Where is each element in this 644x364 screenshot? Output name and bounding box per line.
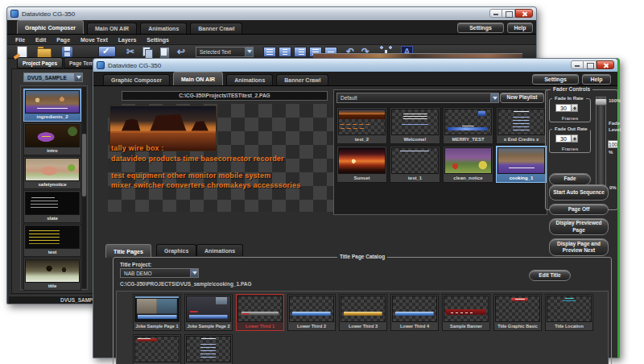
catalog-item[interactable]: Lower Third 4 <box>390 294 439 331</box>
pages-scrollbar[interactable] <box>82 87 86 288</box>
maximize-icon[interactable] <box>502 9 515 18</box>
project-page-item[interactable]: slate <box>23 190 81 223</box>
playlist-item-label: clean_notice <box>444 174 492 182</box>
catalog-item[interactable]: Sample Banner <box>442 294 490 331</box>
paste-icon[interactable] <box>157 46 171 58</box>
tab-main-on-air[interactable]: Main ON AIR <box>173 72 223 85</box>
preview-text-line: mixer switcher converters chromakeys acc… <box>111 181 300 189</box>
fade-out-rate-input[interactable]: 30 <box>555 134 572 143</box>
catalog-item[interactable]: Lower Third 2 <box>287 294 336 331</box>
catalog-item-label: Joke Sample Page 1 <box>134 322 180 330</box>
tab-animations-bottom[interactable]: Animations <box>196 244 243 256</box>
menu-move-text[interactable]: Move Text <box>80 37 108 43</box>
tab-project-pages[interactable]: Project Pages <box>17 57 63 68</box>
new-playlist-button[interactable]: New Playlist <box>500 93 544 103</box>
start-auto-sequence-button[interactable]: Start Auto Sequence <box>549 184 609 201</box>
project-dropdown-value: DVUS_SAMPLE <box>27 75 67 81</box>
menu-file[interactable]: File <box>15 37 25 43</box>
page-thumbnail <box>25 192 80 215</box>
playlist-dropdown[interactable]: Default <box>336 93 499 103</box>
playlist-thumbnail <box>338 147 386 174</box>
align-center-icon[interactable] <box>279 47 291 57</box>
close-icon[interactable] <box>597 60 614 69</box>
menu-layers[interactable]: Layers <box>118 37 137 43</box>
display-previewed-page-button[interactable]: Display Previewed Page <box>549 218 609 235</box>
catalog-item[interactable]: Title Location <box>545 294 593 331</box>
page-off-button[interactable]: Page Off <box>549 204 609 215</box>
fade-in-spinner[interactable] <box>572 104 578 112</box>
catalog-item-selected[interactable]: Lower Third 1 <box>236 294 284 331</box>
undo-icon[interactable]: ↩ <box>174 46 188 58</box>
menu-settings[interactable]: Settings <box>147 37 169 43</box>
preview-check-icon[interactable] <box>98 46 116 58</box>
playlist-thumbnail <box>391 147 439 174</box>
playlist-item[interactable]: Welcome! <box>390 107 440 144</box>
title-project-dropdown[interactable]: NAB DEMO <box>120 268 199 278</box>
copy-icon[interactable] <box>140 46 155 58</box>
tab-title-pages[interactable]: Title Pages <box>105 244 151 258</box>
preview-text-line: test equipment other monitor mobile syst… <box>111 172 270 180</box>
selected-text-dropdown[interactable]: Selected Text <box>196 47 254 57</box>
tab-animations[interactable]: Animations <box>140 23 187 34</box>
playlist-item[interactable]: MERRY_TEST <box>443 107 493 144</box>
tab-graphic-composer[interactable]: Graphic Composer <box>17 20 84 34</box>
playlist-item[interactable]: x End Credits x <box>496 107 547 144</box>
catalog-item[interactable]: Joke Sample Page 2 <box>184 294 233 331</box>
save-icon[interactable] <box>60 46 75 58</box>
tab-banner-crawl[interactable]: Banner Crawl <box>190 23 242 34</box>
maximize-icon[interactable] <box>584 60 597 69</box>
catalog-item[interactable]: x End Credits x <box>184 334 233 364</box>
project-page-item[interactable]: test <box>23 224 81 257</box>
fade-level-input[interactable]: 100 <box>608 140 618 148</box>
help-button[interactable]: Help <box>582 74 611 85</box>
catalog-item[interactable]: Title Graphic Basic <box>493 294 542 331</box>
settings-button[interactable]: Settings <box>532 74 579 85</box>
preview-page-path: C:\CG-350\Projects\TEST\test_2.PAG <box>122 91 328 101</box>
playlist-item-label: MERRY_TEST <box>444 135 492 143</box>
fade-button[interactable]: Fade <box>549 173 591 185</box>
front-titlebar[interactable]: Datavideo CG-350 <box>93 59 617 72</box>
minimize-icon[interactable] <box>571 60 584 69</box>
playlist-item-selected[interactable]: cooking_1 <box>496 146 547 183</box>
preview-canvas[interactable]: tally wire box : datavideo products time… <box>108 104 333 212</box>
cut-icon[interactable]: ✂ <box>123 46 138 58</box>
tab-main-on-air[interactable]: Main ON AIR <box>87 23 137 34</box>
fade-level-slider-handle[interactable] <box>595 98 607 105</box>
project-page-item[interactable]: safetynotice <box>23 156 81 189</box>
tab-animations[interactable]: Animations <box>226 74 273 85</box>
playlist-item[interactable]: Sunset <box>336 146 387 183</box>
fade-out-rate-group: Fade Out Rate 30 Frames <box>549 129 591 153</box>
fade-in-rate-input[interactable]: 30 <box>555 104 572 112</box>
menu-page[interactable]: Page <box>56 37 70 43</box>
open-project-icon[interactable] <box>37 46 52 58</box>
align-left-icon[interactable] <box>263 47 276 57</box>
project-dropdown[interactable]: DVUS_SAMPLE <box>23 72 83 82</box>
project-page-item[interactable]: intro <box>23 122 81 155</box>
catalog-item[interactable]: Lower Third 3 <box>339 294 387 331</box>
project-page-item[interactable]: ingredients_2 <box>23 89 81 122</box>
catalog-item[interactable]: Upper 3rd <box>133 334 181 364</box>
minimize-icon[interactable] <box>489 9 502 18</box>
tab-graphic-composer[interactable]: Graphic Composer <box>103 74 170 85</box>
align-right-icon[interactable] <box>294 47 307 57</box>
new-page-icon[interactable] <box>14 46 28 58</box>
project-page-item[interactable]: title <box>23 258 81 291</box>
playlist-item[interactable]: clean_notice <box>443 146 493 183</box>
fade-level-slider[interactable] <box>596 97 606 190</box>
close-icon[interactable] <box>515 9 533 18</box>
menu-edit[interactable]: Edit <box>35 37 46 43</box>
playlist-item[interactable]: test_2 <box>336 107 387 144</box>
tab-banner-crawl[interactable]: Banner Crawl <box>276 74 328 85</box>
back-titlebar[interactable]: Datavideo CG-350 <box>7 7 536 20</box>
tab-graphics[interactable]: Graphics <box>156 244 196 256</box>
catalog-item[interactable]: Joke Sample Page 1 <box>133 294 181 331</box>
fade-out-spinner[interactable] <box>572 134 578 143</box>
app-icon <box>97 61 105 69</box>
display-page-preview-next-button[interactable]: Display Page and Preview Next <box>549 238 609 256</box>
help-button[interactable]: Help <box>507 23 533 33</box>
edit-title-button[interactable]: Edit Title <box>529 270 571 281</box>
menu-bar: File Edit Page Move Text Layers Settings <box>7 35 536 45</box>
playlist-item[interactable]: test_1 <box>390 146 440 183</box>
settings-button[interactable]: Settings <box>457 23 504 33</box>
scrollbar-thumb[interactable] <box>82 134 86 196</box>
